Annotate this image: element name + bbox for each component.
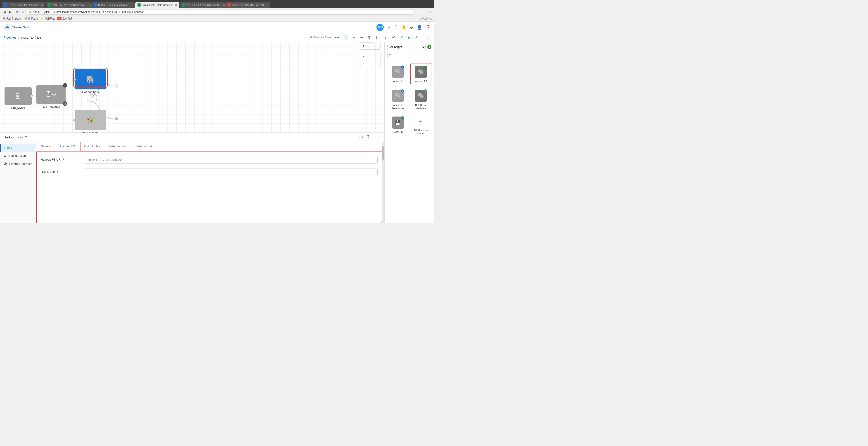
- tab-close-6[interactable]: ✕: [269, 4, 271, 6]
- address-bar[interactable]: 🔒 node01.flyfish:18630/collector/pipelin…: [26, 9, 414, 15]
- duplicate-button[interactable]: 📋: [375, 34, 381, 40]
- hdfs-user-info-icon[interactable]: ℹ: [57, 170, 58, 173]
- bookmark-icon[interactable]: ☆: [429, 10, 432, 14]
- home-button[interactable]: ⌂: [21, 9, 24, 15]
- bookmark-label-3: 常用网址: [45, 17, 55, 20]
- hdfs-user-input[interactable]: [85, 168, 378, 176]
- nav-right-button[interactable]: ▶: [374, 42, 380, 43]
- node-hive-metastore[interactable]: 🐝 Hive Metastore: [74, 110, 106, 133]
- hadoop-fs-uri-info-icon[interactable]: ℹ: [63, 158, 64, 161]
- new-tab-button[interactable]: +: [271, 4, 277, 8]
- shield-header-icon[interactable]: 🛡: [394, 25, 398, 30]
- tab-close-2[interactable]: ✕: [89, 4, 91, 6]
- tab-data-format[interactable]: Data Format: [131, 142, 156, 151]
- tab-3[interactable]: C 登录 - Cloudera Manager ✕: [91, 2, 135, 8]
- delete-button[interactable]: 🗑: [367, 35, 372, 40]
- node-hive-metadata[interactable]: 🗄⚙ 1 2 hive metadata: [36, 85, 66, 108]
- detail-panel-dropdown-icon[interactable]: ▼: [25, 136, 27, 139]
- detail-scrollbar[interactable]: [382, 142, 384, 224]
- tab-output-files[interactable]: Output Files: [80, 142, 104, 151]
- undo-button[interactable]: ↩: [351, 34, 356, 40]
- back-button[interactable]: ◀: [2, 9, 6, 15]
- help-header-icon[interactable]: ❓: [426, 25, 431, 30]
- svg-point-1: [6, 26, 8, 28]
- tab-close-1[interactable]: ✕: [41, 4, 43, 6]
- sidebar-item-external-libraries[interactable]: 📚 External Libraries: [0, 160, 36, 168]
- tab-5[interactable]: 在CDH5.14.4 中安装StreamS... ✕: [180, 2, 225, 8]
- detail-more-icon[interactable]: •••: [359, 135, 363, 139]
- detail-help-icon[interactable]: ❓: [366, 135, 370, 139]
- bell-header-icon[interactable]: 🔔: [401, 25, 406, 30]
- tab-close-3[interactable]: ✕: [131, 4, 132, 6]
- nav-center-button[interactable]: ●: [367, 42, 374, 43]
- library-icon: 📚: [4, 162, 7, 166]
- detail-scrollbar-thumb: [382, 146, 384, 160]
- validate-button[interactable]: ✓: [399, 34, 404, 40]
- stage-search-input[interactable]: [387, 52, 431, 58]
- document-button[interactable]: 📄: [343, 34, 349, 40]
- tab-late-records[interactable]: Late Records: [104, 142, 131, 151]
- stage-filter-select[interactable]: All Stages: [387, 44, 426, 50]
- more-icon[interactable]: ⋯: [424, 10, 427, 14]
- detail-minimize-icon[interactable]: −: [373, 135, 375, 139]
- bookmark-1[interactable]: 🦊 火狐官方站点: [2, 17, 21, 20]
- nav-left-button[interactable]: ◀: [360, 42, 367, 43]
- tab-close-4[interactable]: ✕: [175, 4, 177, 6]
- shuffle-button[interactable]: ⇄: [384, 34, 389, 40]
- grid-view-button[interactable]: ⋮⋮: [422, 34, 431, 40]
- tab-1[interactable]: C 登录 - Cloudera Manager ✕: [2, 2, 45, 8]
- stage-item-hdfs-file-metadata[interactable]: 🐘 E HDFS File Metadata: [410, 87, 432, 112]
- node-hadoop-hdfs-box[interactable]: 🐘: [74, 69, 106, 90]
- hdd-icon: 💾: [395, 120, 401, 125]
- logo-sets-text: Sets: [23, 26, 29, 29]
- node-hadoop-hdfs[interactable]: 🐘 Hadoop hdfs: [74, 69, 106, 94]
- hadoop-fs-uri-input[interactable]: [85, 156, 378, 164]
- run-button[interactable]: ▶: [407, 34, 411, 40]
- extensions-icon[interactable]: ⋮⋮: [416, 10, 422, 14]
- bookmark-2[interactable]: 🔰 新手上路: [24, 17, 38, 20]
- stage-item-local-fs[interactable]: 💾 D Local FS: [387, 114, 409, 137]
- sch-badge[interactable]: SCH: [376, 24, 384, 31]
- bookmark-4[interactable]: JD 京东商城: [57, 17, 72, 20]
- hadoop-hdfs-input-connector: [73, 78, 76, 81]
- output-2-badge: 2: [63, 101, 67, 106]
- stage-item-hadoop-fs-2[interactable]: 🐘 D Hadoop FS: [410, 63, 432, 85]
- pipelines-link[interactable]: Pipelines: [4, 36, 17, 39]
- stage-item-add-remove[interactable]: + Add/Remove Stages: [410, 114, 432, 137]
- tab-label-2: 在CDH5.14.4 中安装StreamS...: [53, 3, 87, 7]
- node-hive-metadata-box[interactable]: 🗄⚙ 1 2: [36, 85, 66, 104]
- zoom-out-button[interactable]: −: [360, 60, 367, 67]
- pipeline-canvas[interactable]: 1 2 ⚙ ⚙ 🗄 Src_Mysql: [0, 42, 384, 133]
- bookmark-3[interactable]: 📁 常用网址: [41, 17, 55, 20]
- tab-4[interactable]: StreamSets | Data Collector ✕: [135, 2, 179, 8]
- reload-button[interactable]: ↻: [14, 9, 19, 15]
- tab-2[interactable]: 在CDH5.14.4 中安装StreamS... ✕: [46, 2, 91, 8]
- forward-button[interactable]: ▶: [8, 9, 13, 15]
- node-hive-metastore-box[interactable]: 🐝: [74, 110, 106, 130]
- detail-maximize-icon[interactable]: ⤢: [378, 135, 381, 139]
- tab-6[interactable]: Impala实时刷新同步Hive元数... ✕: [225, 2, 271, 8]
- node-src-mysql-box[interactable]: 🗄: [4, 87, 32, 105]
- share-button[interactable]: ↗: [414, 34, 419, 40]
- redo-button[interactable]: ↪: [359, 34, 364, 40]
- tab-general[interactable]: General: [36, 142, 56, 151]
- sidebar-item-info[interactable]: ℹ Info: [0, 144, 36, 152]
- preview-button[interactable]: 👁: [391, 35, 397, 40]
- stage-item-label-2: Hadoop FS: [414, 80, 427, 83]
- node-src-mysql[interactable]: 🗄 Src_Mysql: [4, 87, 32, 109]
- user-header-icon[interactable]: 👤: [417, 25, 422, 30]
- tab-favicon-4: [137, 3, 141, 6]
- stage-item-hadoop-fs-1[interactable]: 🐘 O Hadoop FS: [387, 63, 409, 85]
- settings-header-icon[interactable]: ⚙: [410, 25, 413, 30]
- tab-close-5[interactable]: ✕: [223, 4, 225, 6]
- nav-down-button[interactable]: ▼: [360, 43, 367, 49]
- stage-item-hadoop-fs-standalone[interactable]: 🐘 O Hadoop FS Standalone: [387, 87, 409, 112]
- sidebar-item-configuration[interactable]: ⚙ Configuration: [0, 152, 36, 160]
- home-header-icon[interactable]: ⌂: [387, 25, 390, 30]
- nav-zoom-cluster: + −: [360, 53, 381, 67]
- more-options-button[interactable]: •••: [334, 35, 340, 40]
- tab-hadoop-fs[interactable]: Hadoop FS: [56, 142, 80, 151]
- bookmark-label-2: 新手上路: [28, 17, 38, 20]
- zoom-in-button[interactable]: +: [360, 53, 367, 60]
- canvas-navigation: ▲ ◀ ● ▶ ▼ + −: [360, 42, 381, 69]
